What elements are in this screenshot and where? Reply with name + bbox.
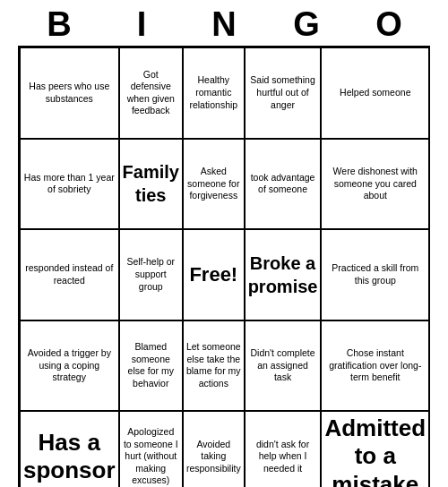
letter-g: G bbox=[286, 5, 327, 44]
cell-r0-c2: Healthy romantic relationship bbox=[183, 47, 245, 139]
cell-r3-c1: Blamed someone else for my behavior bbox=[119, 320, 183, 412]
cell-r4-c0: Has a sponsor bbox=[20, 411, 119, 487]
cell-r1-c3: took advantage of someone bbox=[245, 139, 322, 230]
cell-r2-c2: Free! bbox=[183, 229, 245, 320]
letter-i: I bbox=[121, 5, 162, 44]
cell-r4-c4: Admitted to a mistake bbox=[321, 411, 429, 487]
cell-r1-c0: Has more than 1 year of sobriety bbox=[20, 139, 119, 230]
cell-r3-c0: Avoided a trigger by using a coping stra… bbox=[20, 320, 119, 412]
cell-r4-c2: Avoided taking responsibility bbox=[183, 411, 245, 487]
cell-r2-c4: Practiced a skill from this group bbox=[321, 229, 429, 320]
cell-r0-c0: Has peers who use substances bbox=[20, 47, 119, 139]
cell-r4-c3: didn't ask for help when I needed it bbox=[245, 411, 322, 487]
cell-r2-c0: responded instead of reacted bbox=[20, 229, 119, 320]
cell-r2-c1: Self-help or support group bbox=[119, 229, 183, 320]
bingo-title-row: B I N G O bbox=[18, 0, 430, 46]
cell-r1-c4: Were dishonest with someone you cared ab… bbox=[321, 139, 429, 230]
letter-n: N bbox=[203, 5, 245, 44]
cell-r4-c1: Apologized to someone I hurt (without ma… bbox=[119, 411, 183, 487]
cell-r1-c2: Asked someone for forgiveness bbox=[183, 139, 245, 230]
letter-o: O bbox=[368, 5, 409, 44]
cell-r0-c3: Said something hurtful out of anger bbox=[245, 47, 322, 139]
bingo-grid: Has peers who use substancesGot defensiv… bbox=[18, 46, 430, 487]
cell-r0-c4: Helped someone bbox=[321, 47, 429, 139]
cell-r2-c3: Broke a promise bbox=[245, 229, 322, 320]
cell-r3-c3: Didn't complete an assigned task bbox=[245, 320, 322, 412]
cell-r3-c4: Chose instant gratification over long-te… bbox=[321, 320, 429, 412]
letter-b: B bbox=[39, 5, 80, 44]
cell-r1-c1: Family ties bbox=[119, 139, 183, 230]
cell-r0-c1: Got defensive when given feedback bbox=[119, 47, 183, 139]
cell-r3-c2: Let someone else take the blame for my a… bbox=[183, 320, 245, 412]
